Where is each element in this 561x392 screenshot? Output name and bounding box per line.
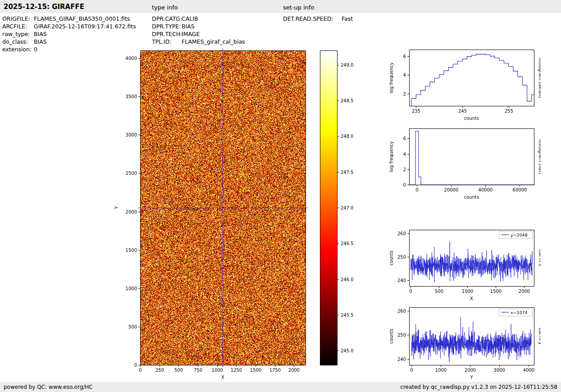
extension-label: extension: [2,46,34,53]
raw-type-row: raw_type: BIAS [2,30,136,38]
histogram-detail-plot [388,45,541,124]
do-class-value: BIAS [34,38,47,46]
cut-in-x-plot [388,225,541,304]
origfile-value: FLAMES_GIRAF_BIAS350_0001.fits [34,15,130,23]
dpr-catg-row: DPR.CATG: CALIB [152,15,245,23]
bias-image-plot [113,45,320,387]
raw-type-label: raw_type: [2,30,34,38]
extension-value: 0 [34,46,37,53]
setup-info-block: DET.READ.SPEED: Fast [283,15,353,23]
arcfile-value: GIRAF.2025-12-16T09:17:41.672.fits [34,23,136,30]
tpl-id-row: TPL.ID: FLAMES_giraf_cal_bias [152,38,245,46]
header-bar: 2025-12-15: GIRAFFE type info set-up inf… [0,0,561,13]
dpr-type-label: DPR.TYPE: [152,23,182,30]
read-speed-value: Fast [342,15,353,23]
read-speed-row: DET.READ.SPEED: Fast [283,15,353,23]
tpl-id-value: FLAMES_giraf_cal_bias [182,38,245,46]
type-info-block: DPR.CATG: CALIB DPR.TYPE: BIAS DPR.TECH:… [152,15,245,46]
origfile-row: ORIGFILE: FLAMES_GIRAF_BIAS350_0001.fits [2,15,136,23]
colorbar [315,45,365,387]
dpr-tech-label: DPR.TECH: [152,30,182,38]
raw-type-value: BIAS [34,30,47,38]
arcfile-label: ARCFILE: [2,23,34,30]
dpr-type-value: BIAS [182,23,195,30]
type-info-heading: type info [152,4,178,11]
read-speed-label: DET.READ.SPEED: [283,15,342,23]
page-title: 2025-12-15: GIRAFFE [4,3,84,11]
dpr-tech-row: DPR.TECH: IMAGE [152,30,245,38]
cut-in-y-plot [388,303,541,383]
do-class-row: do_class: BIAS [2,38,136,46]
dpr-catg-value: CALIB [182,15,198,23]
dpr-catg-label: DPR.CATG: [152,15,182,23]
histogram-full-plot [388,124,541,203]
setup-info-heading: set-up info [283,4,315,11]
arcfile-row: ARCFILE: GIRAF.2025-12-16T09:17:41.672.f… [2,23,136,30]
footer-created-by: created by qc_rawdisp.py v1.2.3 on 2025-… [400,384,557,390]
footer-powered-by: powered by QC: www.eso.org/HC [4,384,93,390]
footer-bar: powered by QC: www.eso.org/HC created by… [0,382,561,392]
origfile-label: ORIGFILE: [2,15,34,23]
dpr-tech-value: IMAGE [182,30,200,38]
tpl-id-label: TPL.ID: [152,38,182,46]
do-class-label: do_class: [2,38,34,46]
dpr-type-row: DPR.TYPE: BIAS [152,23,245,30]
